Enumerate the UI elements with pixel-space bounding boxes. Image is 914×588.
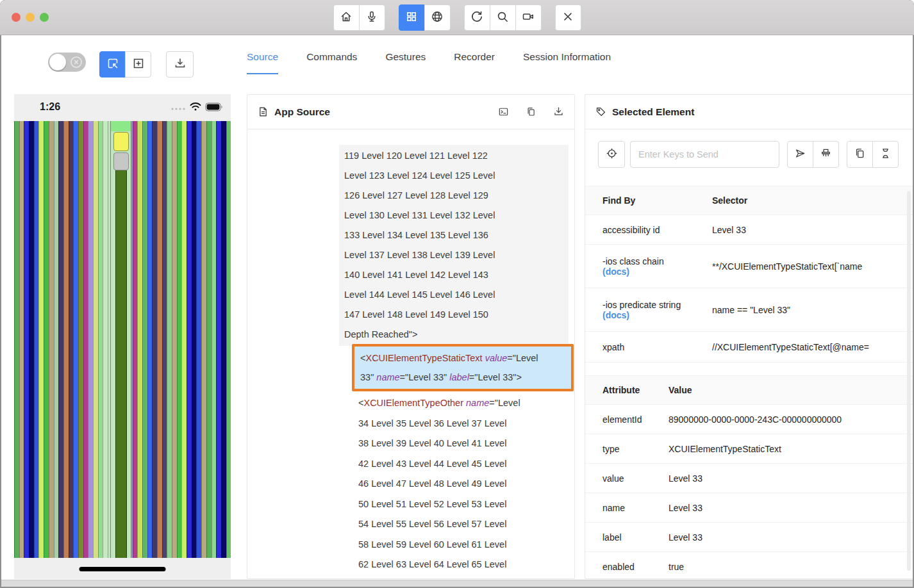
select-element-button[interactable] <box>99 51 126 78</box>
stripe <box>73 121 78 558</box>
main-content: 1:26 <box>1 36 913 580</box>
download-icon[interactable] <box>553 106 564 117</box>
globe-icon <box>431 10 444 26</box>
stripe <box>14 121 19 558</box>
source-line: 46 Level 47 Level 48 Level 49 Level <box>358 474 520 494</box>
xml-attr-name: label <box>449 372 469 382</box>
source-line: 147 Level 148 Level 149 Level 150 <box>344 305 563 325</box>
send-clear-group <box>787 141 839 168</box>
xml-text: 50 Level 51 Level 52 Level 53 Level <box>358 499 506 509</box>
xml-attr-name: name <box>376 372 399 382</box>
globe-button[interactable] <box>424 4 451 31</box>
device-statusbar: 1:26 <box>14 94 231 121</box>
wait-for-element-button[interactable] <box>872 141 899 168</box>
xml-text: Level 130 Level 131 Level 132 Level <box>344 210 495 220</box>
docs-link[interactable]: (docs) <box>602 266 712 277</box>
attribute-cell: elementId <box>585 414 669 425</box>
stripe <box>137 121 142 558</box>
attribute-label: enabled <box>602 562 635 572</box>
player-top-segment <box>111 121 131 131</box>
clear-button[interactable] <box>813 141 839 168</box>
microphone-button[interactable] <box>359 4 385 31</box>
source-line: 34 Level 35 Level 36 Level 37 Level <box>358 414 520 434</box>
close-button[interactable] <box>555 4 581 31</box>
stripe <box>63 121 69 558</box>
tab-recorder[interactable]: Recorder <box>454 49 495 65</box>
xml-text: 58 Level 59 Level 60 Level 61 Level <box>358 539 506 550</box>
source-sibling-node[interactable]: <XCUIElementTypeOther name="Level34 Leve… <box>358 393 520 575</box>
tab-commands[interactable]: Commands <box>306 49 357 65</box>
refresh-button[interactable] <box>464 4 490 31</box>
search-button[interactable] <box>490 4 516 31</box>
grid-button[interactable] <box>399 4 425 31</box>
stripe <box>152 121 157 558</box>
tab-gestures[interactable]: Gestures <box>385 49 426 65</box>
send-keys-button[interactable] <box>787 141 813 168</box>
table-row: typeXCUIElementTypeStaticText <box>585 434 913 464</box>
attribute-cell: value <box>585 473 669 484</box>
device-time: 1:26 <box>40 101 60 113</box>
xml-text: 33" <box>360 372 376 382</box>
app-source-actions <box>498 106 564 117</box>
source-line: 62 Level 63 Level 64 Level 65 Level <box>358 555 520 575</box>
main-toolbar <box>0 4 914 31</box>
send-keys-input[interactable] <box>630 141 779 168</box>
source-line: Level 130 Level 131 Level 132 Level <box>344 206 563 225</box>
download-icon <box>174 57 187 72</box>
find_by-label: -ios predicate string <box>602 300 681 310</box>
value-cell: true <box>669 562 913 572</box>
copy-attributes-button[interactable] <box>847 141 873 168</box>
toolbar-group-1 <box>399 4 451 31</box>
xml-tag-name: XCUIElementTypeOther <box>363 398 463 408</box>
device-home-area <box>14 558 231 579</box>
find_by-cell: xpath <box>585 342 712 352</box>
video-camera-button[interactable] <box>515 4 542 31</box>
source-line: 50 Level 51 Level 52 Level 53 Level <box>358 494 520 515</box>
stripe <box>177 121 182 558</box>
value-cell: Level 33 <box>669 532 913 543</box>
window-bottom-edge <box>1 580 913 587</box>
tab-source[interactable]: Source <box>247 49 278 65</box>
xml-text: 126 Level 127 Level 128 Level 129 <box>344 190 488 200</box>
copy-icon[interactable] <box>526 106 536 117</box>
device-screenshot[interactable]: 1:26 <box>14 94 231 579</box>
table-row: xpath//XCUIElementTypeStaticText[@name= <box>585 332 913 363</box>
download-screenshot-button[interactable] <box>166 51 194 78</box>
panel-scrollbar[interactable] <box>907 191 911 571</box>
stripe <box>147 121 153 558</box>
xml-text: 133 Level 134 Level 135 Level 136 <box>344 230 488 240</box>
tab-session-information[interactable]: Session Information <box>523 49 611 65</box>
attribute-cell: label <box>585 532 669 543</box>
source-tree: 119 Level 120 Level 121 Level 122Level 1… <box>247 129 574 578</box>
xml-attr-name: name <box>466 398 489 408</box>
close-icon <box>561 10 574 26</box>
xml-text: ="Level <box>507 353 538 363</box>
xml-text: 62 Level 63 Level 64 Level 65 Level <box>358 559 506 569</box>
xml-text: Depth Reached"> <box>344 329 417 339</box>
wifi-icon <box>189 102 202 114</box>
stripe <box>29 121 34 558</box>
table-header-cell: Find By <box>585 195 712 206</box>
selector-cell: **/XCUIElementTypeStaticText[`name <box>712 261 913 272</box>
expand-box-button[interactable] <box>125 51 151 78</box>
docs-link[interactable]: (docs) <box>602 310 712 320</box>
source-line: 133 Level 134 Level 135 Level 136 <box>344 225 563 245</box>
stripe <box>187 121 192 558</box>
copy-icon <box>854 147 866 162</box>
home-button[interactable] <box>333 4 360 31</box>
xml-tag-name: XCUIElementTypeStaticText <box>365 353 482 363</box>
terminal-icon[interactable] <box>498 106 509 117</box>
screenshot-interaction-toggle[interactable] <box>48 53 86 72</box>
stripe <box>181 121 187 558</box>
source-line: 119 Level 120 Level 121 Level 122 <box>344 146 563 166</box>
source-line: 140 Level 141 Level 142 Level 143 <box>344 265 563 285</box>
source-parent-node-text[interactable]: 119 Level 120 Level 121 Level 122Level 1… <box>339 145 569 346</box>
attribute-label: type <box>602 444 619 454</box>
microphone-icon <box>365 10 378 26</box>
selector-cell: name == "Level 33" <box>712 305 913 315</box>
stripe <box>216 121 221 558</box>
stripe <box>172 121 177 558</box>
stripe <box>157 121 162 558</box>
source-selected-node[interactable]: <XCUIElementTypeStaticText value="Level3… <box>352 344 574 391</box>
locate-element-button[interactable] <box>598 141 625 168</box>
